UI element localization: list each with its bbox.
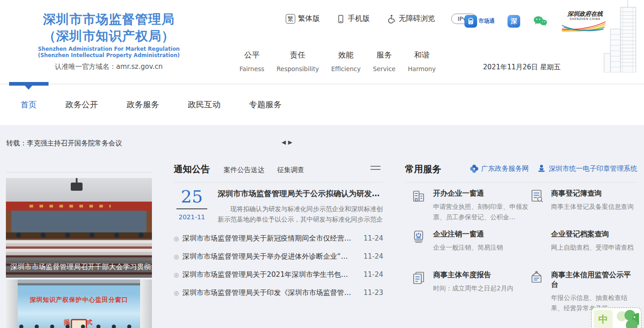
ticker-arrows: ◀ ▶ xyxy=(282,139,292,145)
org-name-en-line2: (Shenzhen Intellectual Property Administ… xyxy=(8,52,210,58)
register-search-icon xyxy=(528,188,545,204)
bullet-icon: ◎ xyxy=(174,253,179,260)
app-icons: 市场通 深 深圳政府在线 SHENZHEN CHINA xyxy=(464,11,610,32)
notices-tabs: 案件公告送达 征集调查 xyxy=(224,166,304,174)
featured-summary: 现将拟确认为研发与标准化同步示范企业和深圳标准创新示范基地的单位予以公示，其中研… xyxy=(218,204,383,225)
nav-item-interaction[interactable]: 政民互动 xyxy=(188,99,220,110)
photo-projector xyxy=(71,183,83,191)
ceremony-banner-line1: 深圳知识产权保护中心盐田分窗口 xyxy=(18,296,140,304)
traditional-chinese-link[interactable]: 繁 繁体版 xyxy=(286,14,320,24)
bullet-icon: ◎ xyxy=(174,235,179,242)
list-item[interactable]: ◎ 深圳市市场监督管理局关于2021年深圳市学生书包等3类产... 11-24 xyxy=(174,265,383,284)
featured-title[interactable]: 深圳市市场监督管理局关于公示拟确认为研发与标... xyxy=(218,188,383,199)
featured-notice[interactable]: 25 2021-11 深圳市市场监督管理局关于公示拟确认为研发与标... 现将拟… xyxy=(174,188,383,227)
bullet-icon: ◎ xyxy=(174,271,179,278)
service-annual-report[interactable]: 商事主体年度报告 时间：成立周年之日起2月内 xyxy=(410,270,528,310)
market-app-label: 市场通 xyxy=(478,17,495,25)
featured-body: 深圳市市场监督管理局关于公示拟确认为研发与标... 现将拟确认为研发与标准化同步… xyxy=(218,188,383,225)
nav-item-special-services[interactable]: 专题服务 xyxy=(249,99,282,110)
carousel-slide-ceremony[interactable]: 深圳知识产权保护中心盐田分窗口 揭牌仪式 xyxy=(6,280,152,328)
service-close-company[interactable]: 企业注销一窗通 企业一般注销、简易注销 xyxy=(410,229,528,270)
bullet-icon: ◎ xyxy=(174,289,179,296)
accessibility-label: 无障碍浏览 xyxy=(399,14,435,24)
services-grid: 开办企业一窗通 申请营业执照、刻制印章、申领发票、员工参保登记、公积金... xyxy=(410,188,637,310)
list-item[interactable]: ◎ 深圳市市场监督管理局关于举办促进体外诊断企业“高质量... 11-24 xyxy=(174,247,383,265)
value-fairness: 公平 Fairness xyxy=(239,50,264,72)
services-section: 常用服务 广东政务服务网 xyxy=(405,163,637,299)
carousel-caption[interactable]: 深圳市市场监督管理局召开干部大会学习贯彻党的十... xyxy=(6,256,152,278)
market-app-icon xyxy=(464,15,477,28)
notices-divider xyxy=(174,182,383,183)
clover-leaves-icon xyxy=(615,310,639,328)
eseal-stamp-icon xyxy=(537,164,546,173)
floating-service-widget[interactable]: 中 xyxy=(591,307,642,328)
list-item[interactable]: ◎ 深圳市市场监督管理局关于印发《深圳市市场监督管理局商... 11-23 xyxy=(174,284,383,302)
current-date: 2021年11月26日 星期五 xyxy=(483,63,561,72)
service-credit-platform[interactable]: 商事主体信用监管公示平台 年报公示信息、抽查检查结果、经营异常名录等 xyxy=(528,270,637,310)
service-open-company[interactable]: 开办企业一窗通 申请营业执照、刻制印章、申领发票、员工参保登记、公积金... xyxy=(410,188,528,229)
utility-links: 繁 繁体版 手机版 无障碍浏览 xyxy=(286,14,477,24)
nav-item-gov-disclosure[interactable]: 政务公开 xyxy=(65,99,98,110)
service-register-search[interactable]: 商事登记簿查询 商事主体登记及备案信息查询 xyxy=(528,188,637,229)
wechat-icon[interactable] xyxy=(533,15,547,27)
eseal-system-link[interactable]: 深圳市统一电子印章管理系统 xyxy=(537,164,637,173)
gd-gov-flower-icon xyxy=(470,164,478,173)
services-divider xyxy=(405,182,637,183)
photo2-truss xyxy=(18,283,140,285)
tab-surveys[interactable]: 征集调查 xyxy=(277,166,304,174)
photo-panel-members xyxy=(6,232,152,239)
traditional-chinese-label: 繁体版 xyxy=(298,14,320,24)
widget-zhong-character: 中 xyxy=(594,310,613,328)
credit-signboard-icon xyxy=(528,270,545,286)
notices-more-icon[interactable] xyxy=(371,166,381,172)
left-column-divider xyxy=(6,172,152,173)
list-item[interactable]: ◎ 深圳市市场监督管理局关于新冠疫情期间全市仅经营乙类非... 11-24 xyxy=(174,229,383,247)
annual-report-icon xyxy=(410,270,427,286)
mobile-version-label: 手机版 xyxy=(348,14,370,24)
company-cancel-power-icon xyxy=(410,229,427,245)
news-ticker[interactable]: 转载：李克强主持召开国务院常务会议 xyxy=(6,139,122,148)
page: 深圳市市场监督管理局 （深圳市知识产权局） Shenzhen Administr… xyxy=(0,0,644,328)
tab-case-announcements[interactable]: 案件公告送达 xyxy=(224,166,264,174)
company-building-icon xyxy=(410,188,427,204)
value-efficiency: 效能 Efficiency xyxy=(331,50,361,72)
ticker-next-icon[interactable]: ▶ xyxy=(288,139,292,145)
wheelchair-icon xyxy=(386,14,396,24)
gd-gov-service-link[interactable]: 广东政务服务网 xyxy=(470,164,529,173)
services-title: 常用服务 xyxy=(405,163,441,175)
archive-search-icon-empty xyxy=(528,229,545,245)
traditional-chinese-icon: 繁 xyxy=(286,14,295,24)
featured-day: 25 xyxy=(176,188,207,206)
services-external-links: 广东政务服务网 深圳市统一电子印章管理系统 xyxy=(470,164,637,173)
notices-header: 通知公告 案件公告送达 征集调查 xyxy=(174,163,383,177)
org-name-en-line1: Shenzhen Administration For Market Regul… xyxy=(8,46,210,52)
nav-item-home[interactable]: 首页 xyxy=(20,99,37,110)
market-app-link[interactable]: 市场通 xyxy=(464,15,495,28)
main-content: 转载：李克强主持召开国务院常务会议 ◀ ▶ 深圳市市场监督管理局召开干部大会学习… xyxy=(0,125,644,328)
org-name-en: Shenzhen Administration For Market Regul… xyxy=(8,46,210,58)
i-shenzhen-app-icon[interactable]: 深 xyxy=(507,15,520,28)
photo-red-banner xyxy=(6,202,152,211)
org-name-cn-line2: （深圳市知识产权局） xyxy=(8,28,210,44)
featured-date-block: 25 2021-11 xyxy=(176,188,207,221)
notices-title[interactable]: 通知公告 xyxy=(174,163,210,175)
notices-section: 通知公告 案件公告送达 征集调查 25 2021-11 深圳市市场监督管理局关于… xyxy=(174,163,383,299)
nav-item-gov-services[interactable]: 政务服务 xyxy=(127,99,159,110)
mobile-phone-icon xyxy=(336,14,345,24)
mobile-version-link[interactable]: 手机版 xyxy=(336,14,370,24)
values-row: 公平 Fairness 责任 Responsibility 效能 Efficie… xyxy=(239,50,436,72)
accessibility-link[interactable]: 无障碍浏览 xyxy=(386,14,435,24)
site-logo-title[interactable]: 深圳市市场监督管理局 （深圳市知识产权局） xyxy=(8,11,210,44)
service-archive-search[interactable]: 企业登记档案查询 网上自助查档、受理申请查档 xyxy=(528,229,637,270)
carousel-slide-meeting[interactable]: 深圳市市场监督管理局召开干部大会学习贯彻党的十... xyxy=(6,178,152,278)
ticker-prev-icon[interactable]: ◀ xyxy=(282,139,286,145)
value-responsibility: 责任 Responsibility xyxy=(277,50,319,72)
official-domain-notice: 认准唯一官方域名：amr.sz.gov.cn xyxy=(8,63,210,71)
value-harmony: 和谐 Harmony xyxy=(408,50,436,72)
building-sketch-image xyxy=(594,0,644,72)
header: 深圳市市场监督管理局 （深圳市知识产权局） Shenzhen Administr… xyxy=(0,0,644,84)
main-nav: 首页 政务公开 政务服务 政民互动 专题服务 xyxy=(0,84,644,125)
org-name-cn-line1: 深圳市市场监督管理局 xyxy=(8,11,210,28)
featured-date-underline xyxy=(176,208,207,209)
value-service: 服务 Service xyxy=(373,50,395,72)
